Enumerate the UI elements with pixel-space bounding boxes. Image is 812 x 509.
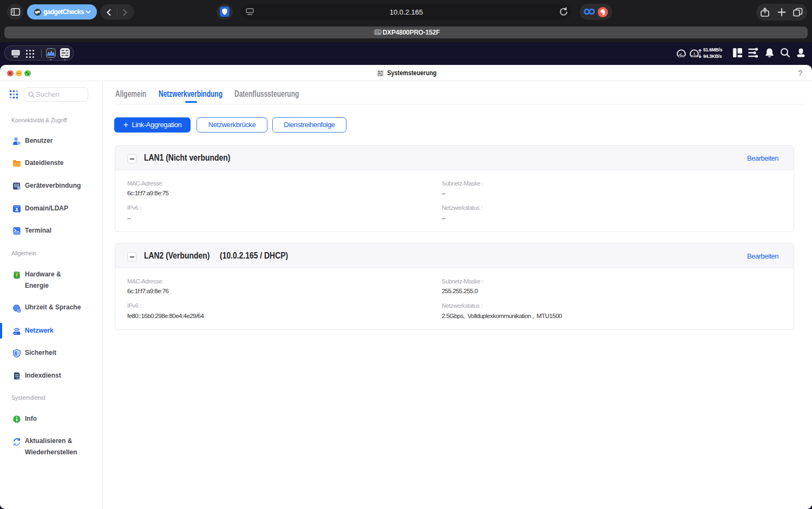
svg-text:CPU: CPU — [678, 55, 685, 58]
svg-text:RAM: RAM — [691, 55, 698, 58]
